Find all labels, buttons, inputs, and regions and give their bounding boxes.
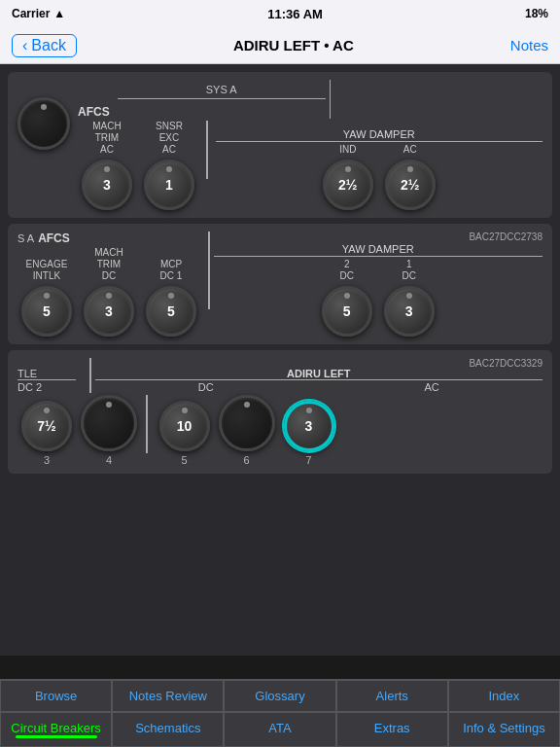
divider <box>146 395 148 453</box>
breaker-p3-4[interactable]: 6 <box>218 395 276 466</box>
panel-2-badge: BAC27DCC2738 <box>469 231 542 242</box>
breaker-value: 2½ <box>401 177 419 193</box>
breaker-label: MACHTRIMDC <box>94 247 122 282</box>
breaker-value: 3 <box>305 418 313 434</box>
dark-knob-p1[interactable] <box>18 97 70 150</box>
breaker-value: 5 <box>43 303 51 319</box>
breaker-label: ENGAGEINTLK <box>26 259 68 282</box>
breaker-knob-dark[interactable] <box>219 395 275 451</box>
breaker-label: IND <box>339 144 356 156</box>
afcs-label-p1: AFCS <box>78 105 110 119</box>
wifi-icon: ▲ <box>53 7 65 20</box>
chevron-left-icon: ‹ <box>22 37 27 54</box>
back-label: Back <box>31 37 66 54</box>
breaker-knob[interactable]: 3 <box>84 286 134 337</box>
breaker-label: SNSREXCAC <box>156 121 183 156</box>
tab-circuit-breakers[interactable]: Circuit Breakers <box>0 712 112 747</box>
tab-alerts[interactable]: Alerts <box>336 680 448 712</box>
panel-1: AFCS SYS A <box>8 72 552 218</box>
breaker-number: 4 <box>106 454 112 466</box>
tab-row-1: Browse Notes Review Glossary Alerts Inde… <box>0 680 560 712</box>
breaker-engage-intlk[interactable]: ENGAGEINTLK 5 <box>18 259 76 337</box>
breaker-snsr-exc-ac[interactable]: SNSREXCAC 1 <box>140 121 198 210</box>
breaker-label: 2DC <box>340 259 354 282</box>
breaker-number: 7 <box>305 454 311 466</box>
breaker-number: 6 <box>243 454 249 466</box>
divider <box>208 231 210 309</box>
breaker-yaw-ind[interactable]: IND 2½ <box>319 144 377 210</box>
breaker-knob[interactable]: 5 <box>146 286 196 337</box>
breaker-knob[interactable]: 7½ <box>21 401 72 451</box>
breaker-value: 3 <box>103 177 111 193</box>
panel-3: BAC27DCC3329 TLE DC 2 ADIRU LEFT DC AC <box>8 350 552 474</box>
divider <box>89 358 91 393</box>
breaker-mach-trim-ac[interactable]: MACHTRIMAC 3 <box>78 121 136 210</box>
dc2-label: DC 2 <box>18 381 42 393</box>
tab-ata[interactable]: ATA <box>224 712 335 747</box>
carrier-text: Carrier <box>12 7 50 20</box>
breaker-label: MACHTRIMAC <box>92 121 121 156</box>
breaker-value: 2½ <box>338 177 357 193</box>
tab-row-2: Circuit Breakers Schematics ATA Extras I… <box>0 712 560 747</box>
breaker-knob[interactable]: 3 <box>82 160 132 210</box>
breaker-number: 3 <box>44 454 50 466</box>
back-button[interactable]: ‹ Back <box>12 34 77 57</box>
breaker-yaw-2dc[interactable]: 2DC 5 <box>318 259 376 337</box>
breaker-mcp-dc1[interactable]: MCPDC 1 5 <box>142 259 200 337</box>
tab-extras[interactable]: Extras <box>336 712 448 747</box>
panel-2: BAC27DCC2738 S A AFCS ENGAGEINTLK 5 MACH… <box>8 224 552 344</box>
breaker-knob[interactable]: 2½ <box>385 160 436 210</box>
nav-bar: ‹ Back ADIRU LEFT • AC Notes <box>0 27 560 64</box>
breaker-knob[interactable]: 2½ <box>323 160 373 210</box>
adiru-left-label: ADIRU LEFT <box>287 368 350 379</box>
breaker-value: 5 <box>343 303 351 319</box>
tle-label: TLE <box>18 368 37 379</box>
breaker-value: 3 <box>405 303 413 319</box>
divider <box>206 121 208 179</box>
tab-browse[interactable]: Browse <box>0 680 112 712</box>
breaker-p3-1[interactable]: 7½ 3 <box>18 401 76 466</box>
yaw-damper-label-p1: YAW DAMPER <box>216 128 543 142</box>
breaker-yaw-1dc[interactable]: 1DC 3 <box>380 259 438 337</box>
bottom-tabs: Browse Notes Review Glossary Alerts Inde… <box>0 679 560 747</box>
notes-button[interactable]: Notes <box>510 37 548 53</box>
breaker-value: 10 <box>177 418 192 434</box>
yaw-damper-label-p2: YAW DAMPER <box>214 243 543 257</box>
main-content: AFCS SYS A <box>0 64 560 656</box>
breaker-label: AC <box>403 144 417 156</box>
battery-text: 18% <box>525 7 548 20</box>
breaker-yaw-ac[interactable]: AC 2½ <box>381 144 439 210</box>
status-time: 11:36 AM <box>267 7 323 21</box>
breaker-value: 1 <box>165 177 173 193</box>
breaker-knob[interactable]: 1 <box>144 160 194 210</box>
ac-label: AC <box>424 381 438 393</box>
breaker-p3-2[interactable]: 4 <box>80 395 138 466</box>
breaker-knob[interactable]: 3 <box>384 286 435 337</box>
breaker-value: 7½ <box>37 418 55 434</box>
afcs-label-p2: AFCS <box>38 231 70 245</box>
status-bar: Carrier ▲ 11:36 AM 18% <box>0 0 560 27</box>
active-indicator <box>16 735 97 738</box>
sys-a-label: SYS A <box>206 84 237 95</box>
breaker-label: 1DC <box>402 259 416 282</box>
breaker-knob[interactable]: 10 <box>159 401 210 451</box>
breaker-knob[interactable]: 5 <box>21 286 72 337</box>
breaker-label: MCPDC 1 <box>160 259 183 282</box>
breaker-p3-3[interactable]: 10 5 <box>156 401 214 466</box>
tab-glossary[interactable]: Glossary <box>224 680 335 712</box>
nav-title: ADIRU LEFT • AC <box>233 37 354 53</box>
breaker-knob-selected[interactable]: 3 <box>284 401 334 451</box>
dc-label: DC <box>198 381 214 393</box>
breaker-knob[interactable]: 5 <box>322 286 372 337</box>
breaker-value: 3 <box>105 303 113 319</box>
breaker-value: 5 <box>167 303 175 319</box>
breaker-number: 5 <box>181 454 187 466</box>
breaker-knob-dark[interactable] <box>81 395 137 451</box>
status-right: 18% <box>525 7 548 20</box>
tab-schematics[interactable]: Schematics <box>112 712 224 747</box>
breaker-p3-5-selected[interactable]: 3 7 <box>280 401 338 466</box>
tab-info-settings[interactable]: Info & Settings <box>448 712 560 747</box>
tab-index[interactable]: Index <box>448 680 560 712</box>
tab-notes-review[interactable]: Notes Review <box>112 680 224 712</box>
breaker-mach-trim-dc[interactable]: MACHTRIMDC 3 <box>80 247 138 337</box>
